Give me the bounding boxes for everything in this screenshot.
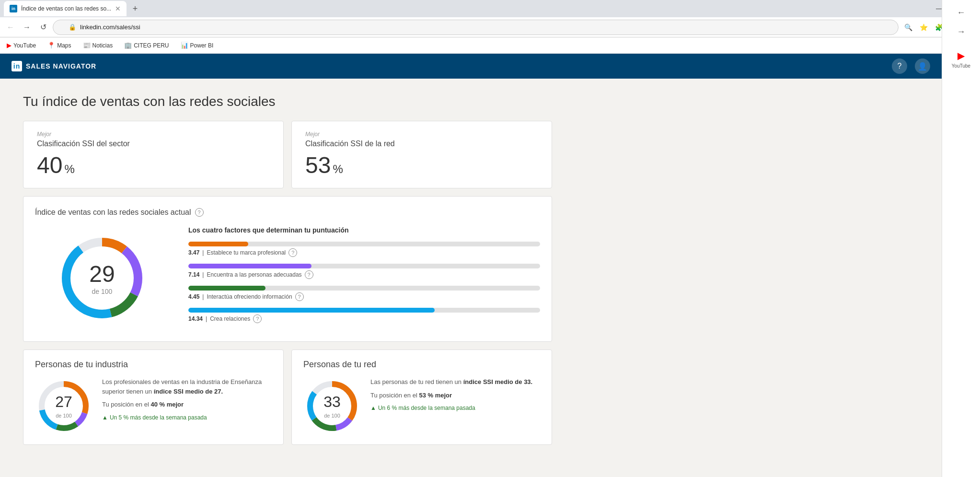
factor-label-3: 4.45 | Interactúa ofreciendo información… <box>188 292 540 301</box>
factor-bar-4 <box>188 308 435 313</box>
sector-ssi-score: 40 % <box>37 152 270 178</box>
active-tab[interactable]: in Índice de ventas con las redes so... … <box>4 1 127 16</box>
maps-bookmark-icon: 📍 <box>47 42 55 49</box>
bookmark-powerbi-label: Power BI <box>190 42 214 49</box>
factor-help-icon-4[interactable]: ? <box>253 314 262 323</box>
youtube-sidebar-icon: ▶ <box>957 50 965 61</box>
bookmark-noticias[interactable]: 📰 Noticias <box>80 41 116 50</box>
factor-bar-1 <box>188 242 248 246</box>
linkedin-nav: in SALES NAVIGATOR ? 👤 <box>0 54 942 79</box>
factor-row-1: 3.47 | Establece tu marca profesional ? <box>188 242 540 257</box>
sidebar-forward-button[interactable]: → <box>953 23 970 40</box>
network-card-text: Las personas de tu red tienen un índice … <box>370 377 532 412</box>
industry-card-title: Personas de tu industria <box>35 360 272 370</box>
factor-name-1: Establece tu marca profesional <box>207 249 286 256</box>
factor-label-1: 3.47 | Establece tu marca profesional ? <box>188 248 540 257</box>
tab-title: Índice de ventas con las redes so... <box>21 5 111 12</box>
main-ssi-header: Índice de ventas con las redes sociales … <box>35 208 540 217</box>
factor-separator-1: | <box>202 249 204 256</box>
donut-section: 29 de 100 <box>35 226 169 330</box>
sector-score-number: 40 <box>37 152 62 178</box>
sidebar-back-button[interactable]: ← <box>953 4 970 21</box>
back-button[interactable]: ← <box>4 21 17 34</box>
sector-mejor-label: Mejor <box>37 131 270 138</box>
ssi-classification-row: Mejor Clasificación SSI del sector 40 % … <box>23 121 552 188</box>
factor-label-4: 14.34 | Crea relaciones ? <box>188 314 540 323</box>
factor-bar-bg-4 <box>188 308 540 313</box>
main-ssi-title: Índice de ventas con las redes sociales … <box>35 208 191 217</box>
bookmark-noticias-label: Noticias <box>92 42 113 49</box>
bookmark-action-button[interactable]: ⭐ <box>917 21 930 34</box>
industry-card-content: 27 de 100 Los profesionales de ventas en… <box>35 377 272 435</box>
linkedin-logo-icon: in <box>12 61 22 71</box>
factor-bar-2 <box>188 264 311 268</box>
bookmark-powerbi[interactable]: 📊 Power BI <box>178 41 217 50</box>
linkedin-logo: in SALES NAVIGATOR <box>12 61 96 71</box>
reload-button[interactable]: ↺ <box>36 21 50 34</box>
factor-bar-bg-2 <box>188 264 540 268</box>
address-field[interactable]: 🔒 linkedin.com/sales/ssi <box>53 20 899 35</box>
trend-up-icon-network: ▲ <box>370 404 376 412</box>
network-trend: ▲ Un 6 % más desde la semana pasada <box>370 404 532 412</box>
factor-bar-3 <box>188 286 265 291</box>
factor-row-4: 14.34 | Crea relaciones ? <box>188 308 540 323</box>
network-mejor-label: Mejor <box>305 131 538 138</box>
bookmark-maps[interactable]: 📍 Maps <box>45 41 74 50</box>
bookmark-maps-label: Maps <box>57 42 71 49</box>
youtube-sidebar-item[interactable]: ▶ YouTube <box>952 50 970 69</box>
forward-button[interactable]: → <box>20 21 34 34</box>
factor-row-2: 7.14 | Encuentra a las personas adecuada… <box>188 264 540 279</box>
bookmark-youtube[interactable]: ▶ YouTube <box>4 41 39 50</box>
factor-bar-bg-3 <box>188 286 540 291</box>
sector-ssi-title: Clasificación SSI del sector <box>37 140 270 148</box>
help-icon[interactable]: ? <box>892 58 907 74</box>
new-tab-button[interactable]: + <box>128 2 142 15</box>
factor-name-3: Interactúa ofreciendo información <box>207 293 292 300</box>
bookmarks-bar: ▶ YouTube 📍 Maps 📰 Noticias 🏢 CITEG PERU… <box>0 37 980 54</box>
network-score-number: 53 <box>305 152 331 178</box>
address-text: linkedin.com/sales/ssi <box>80 23 140 31</box>
page-body: Tu índice de ventas con las redes social… <box>0 79 575 460</box>
industry-card: Personas de tu industria 27 de 100 <box>23 349 284 445</box>
bookmark-citeg[interactable]: 🏢 CITEG PERU <box>121 41 172 50</box>
factor-help-icon-2[interactable]: ? <box>305 270 313 279</box>
industry-description: Los profesionales de ventas en la indust… <box>102 377 272 396</box>
browser-sidebar: ← → ▶ YouTube <box>942 0 980 477</box>
network-ssi-score: 53 % <box>305 152 538 178</box>
network-ssi-card: Mejor Clasificación SSI de la red 53 % <box>291 121 552 188</box>
network-ssi-title: Clasificación SSI de la red <box>305 140 538 148</box>
powerbi-bookmark-icon: 📊 <box>181 42 188 49</box>
bottom-row: Personas de tu industria 27 de 100 <box>23 349 552 445</box>
donut-number: 29 <box>89 261 115 287</box>
profile-nav-icon[interactable]: 👤 <box>915 58 930 74</box>
main-content: in SALES NAVIGATOR ? 👤 Tu índice de vent… <box>0 54 942 460</box>
donut-of-label: de 100 <box>92 288 113 295</box>
sector-score-unit: % <box>64 163 74 176</box>
factor-separator-3: | <box>202 293 204 300</box>
bookmark-youtube-label: YouTube <box>13 42 36 49</box>
lock-icon: 🔒 <box>69 23 76 31</box>
nav-right-actions: ? 👤 <box>892 58 930 74</box>
trend-up-icon-industry: ▲ <box>102 413 108 422</box>
main-donut-chart: 29 de 100 <box>54 230 150 326</box>
sector-ssi-card: Mejor Clasificación SSI del sector 40 % <box>23 121 284 188</box>
main-ssi-card: Índice de ventas con las redes sociales … <box>23 196 552 342</box>
factor-value-3: 4.45 <box>188 293 199 300</box>
factor-separator-2: | <box>202 271 204 278</box>
citeg-bookmark-icon: 🏢 <box>124 42 132 49</box>
network-bold-part: índice SSI medio de 33. <box>463 378 533 385</box>
bookmark-citeg-label: CITEG PERU <box>134 42 169 49</box>
network-position-bold: 53 % mejor <box>419 392 452 399</box>
factor-help-icon-1[interactable]: ? <box>288 248 297 257</box>
network-trend-text: Un 6 % más desde la semana pasada <box>378 404 475 412</box>
main-ssi-help-icon[interactable]: ? <box>195 208 204 217</box>
search-action-button[interactable]: 🔍 <box>901 21 915 34</box>
factor-value-4: 14.34 <box>188 315 203 322</box>
linkedin-brand-name: SALES NAVIGATOR <box>26 62 96 70</box>
factor-name-4: Crea relaciones <box>210 315 250 322</box>
industry-mini-donut: 27 de 100 <box>35 377 92 435</box>
factor-help-icon-3[interactable]: ? <box>295 292 304 301</box>
industry-mini-score: 27 de 100 <box>55 393 72 419</box>
tab-close-button[interactable]: ✕ <box>115 5 121 12</box>
tab-bar: in Índice de ventas con las redes so... … <box>0 0 980 17</box>
